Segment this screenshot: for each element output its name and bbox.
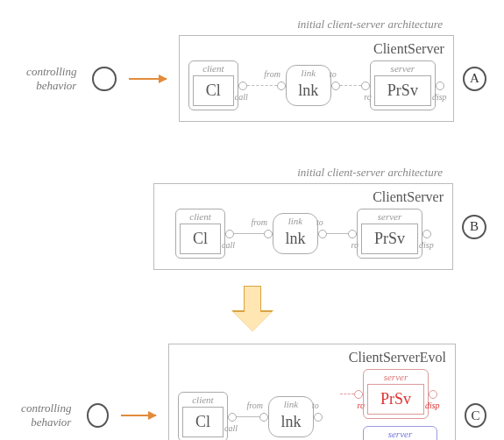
badge-c: C (465, 403, 486, 428)
controlling-label-c: controlling behavior (18, 401, 71, 429)
server1-comp-c: server PrSv (363, 369, 429, 419)
port-from-label-a: from (264, 69, 280, 79)
link-name-b: lnk (277, 228, 314, 250)
badge-a: A (463, 67, 486, 91)
conn-lnk-to-c: to (314, 413, 323, 422)
conn-disp1-c: disp (429, 390, 437, 399)
port-from-label-b: from (251, 217, 267, 227)
port-to-label-a: to (330, 69, 337, 79)
conn-disp-a: disp (436, 82, 444, 90)
server-name-a: PrSv (374, 75, 431, 106)
controlling-node-a (92, 67, 116, 91)
server-label-a: server (374, 63, 431, 74)
port-disp-label-b: disp (419, 240, 434, 250)
server2-label-c: server (367, 429, 433, 439)
port-disp-a (436, 82, 444, 90)
client-comp-b: client Cl (175, 209, 225, 259)
link-comp-a: link lnk (286, 65, 331, 106)
server1-name-c: PrSv (367, 384, 424, 415)
client-label-a: client (193, 63, 234, 74)
controlling-label-a: controlling behavior (18, 65, 76, 93)
client-comp-a: client Cl (188, 60, 238, 110)
server1-label-c: server (367, 372, 424, 382)
port-disp1-label-c: disp (425, 401, 440, 410)
port-call-label-c: call (224, 423, 238, 433)
server2-comp-c: server SecSv (363, 426, 437, 440)
server-name-b: PrSv (361, 224, 418, 254)
link-comp-b: link lnk (273, 213, 318, 254)
client-label-b: client (180, 211, 221, 222)
port-from-label-c: from (246, 401, 263, 410)
port-call-label-b: call (222, 240, 235, 250)
port-to-a (331, 82, 340, 90)
link-comp-c: link lnk (268, 396, 314, 437)
badge-b: B (462, 215, 486, 239)
client-comp-c: client Cl (178, 392, 228, 440)
port-to-label-b: to (316, 217, 323, 227)
port-from-a (277, 82, 286, 90)
arch-label-b: initial client-server architecture (18, 166, 486, 180)
port-disp-label-a: disp (432, 92, 447, 102)
link-label-a: link (290, 67, 327, 78)
conn-lnk-sv-b: to rq (318, 230, 357, 238)
control-arrow-c (121, 415, 155, 416)
clientserver-box-b: ClientServer client Cl call from link ln… (153, 183, 453, 270)
box-title-a: ClientServer (188, 41, 444, 57)
link-label-b: link (277, 216, 314, 226)
conn-cl-lnk-c: call from (228, 413, 268, 422)
client-label-c: client (182, 394, 224, 405)
server-comp-a: server PrSv (370, 60, 436, 110)
port-to-label-c: to (312, 401, 319, 410)
port-call-a (238, 82, 247, 90)
client-name-c: Cl (182, 407, 224, 437)
arch-label-a: initial client-server architecture (18, 18, 486, 32)
box-title-c: ClientServerEvol (178, 350, 446, 365)
conn-cl-lnk-a: call from (238, 82, 286, 90)
clientserverevol-box-c: ClientServerEvol client Cl call from lin… (168, 344, 456, 440)
conn-disp-b: disp (422, 230, 431, 238)
client-name-a: Cl (193, 75, 234, 106)
link-name-a: lnk (290, 80, 327, 102)
port-rq-a (361, 82, 370, 90)
server-comp-b: server PrSv (357, 209, 422, 259)
box-title-b: ClientServer (163, 189, 444, 205)
port-call-label-a: call (235, 92, 248, 102)
controlling-node-c (87, 403, 109, 428)
control-arrow-a (129, 78, 167, 80)
conn-lnk-sv-a: to rq (331, 82, 370, 90)
clientserver-box-a: ClientServer client Cl call from link ln… (179, 35, 454, 122)
conn-rq1-c: rq (340, 390, 363, 399)
client-name-b: Cl (180, 224, 221, 254)
link-label-c: link (273, 399, 309, 409)
server-label-b: server (361, 211, 418, 222)
evolution-arrow (18, 286, 486, 331)
link-name-c: lnk (273, 411, 309, 433)
conn-cl-lnk-b: call from (225, 230, 273, 238)
